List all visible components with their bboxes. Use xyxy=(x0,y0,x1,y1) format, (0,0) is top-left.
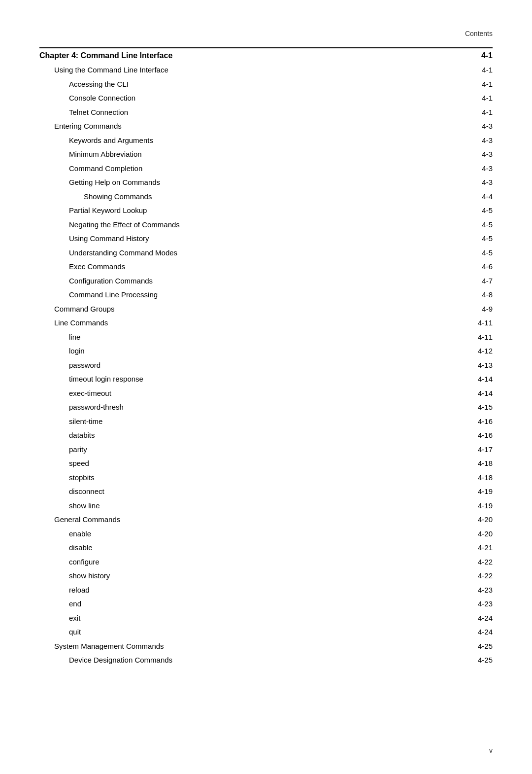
toc-entry-label: Negating the Effect of Commands xyxy=(39,218,453,232)
toc-entry-label: Partial Keyword Lookup xyxy=(39,204,453,218)
toc-entry-page: 4-8 xyxy=(453,288,493,302)
toc-entry-label: exec-timeout xyxy=(39,387,453,401)
toc-entry-label: Keywords and Arguments xyxy=(39,134,453,148)
toc-row: silent-time4-16 xyxy=(39,415,493,429)
toc-entry-page: 4-13 xyxy=(453,358,493,373)
toc-entry-label: show history xyxy=(39,569,453,583)
toc-table: Chapter 4: Command Line Interface4-1Usin… xyxy=(39,48,493,668)
toc-row: Partial Keyword Lookup4-5 xyxy=(39,204,493,218)
toc-row: Exec Commands4-6 xyxy=(39,260,493,274)
toc-entry-label: Telnet Connection xyxy=(39,106,453,120)
toc-row: Keywords and Arguments4-3 xyxy=(39,134,493,148)
toc-entry-page: 4-3 xyxy=(453,134,493,148)
toc-entry-label: line xyxy=(39,330,453,345)
toc-row: configure4-22 xyxy=(39,555,493,569)
toc-row: System Management Commands4-25 xyxy=(39,639,493,654)
toc-row: Command Line Processing4-8 xyxy=(39,288,493,302)
toc-row: Command Groups4-9 xyxy=(39,302,493,317)
toc-entry-label: General Commands xyxy=(39,513,453,527)
toc-row: disconnect4-19 xyxy=(39,485,493,499)
toc-entry-label: login xyxy=(39,344,453,358)
toc-row: login4-12 xyxy=(39,344,493,358)
toc-entry-label: quit xyxy=(39,625,453,639)
toc-entry-page: 4-20 xyxy=(453,527,493,541)
toc-entry-page: 4-19 xyxy=(453,499,493,513)
toc-entry-page: 4-1 xyxy=(453,48,493,63)
toc-row: parity4-17 xyxy=(39,443,493,457)
toc-entry-label: Exec Commands xyxy=(39,260,453,274)
toc-entry-page: 4-23 xyxy=(453,597,493,611)
toc-row: General Commands4-20 xyxy=(39,513,493,527)
toc-row: stopbits4-18 xyxy=(39,471,493,485)
toc-entry-label: Chapter 4: Command Line Interface xyxy=(39,48,453,63)
toc-entry-label: timeout login response xyxy=(39,372,453,387)
toc-entry-label: System Management Commands xyxy=(39,639,453,654)
toc-entry-label: Understanding Command Modes xyxy=(39,246,453,260)
toc-row: line4-11 xyxy=(39,330,493,345)
toc-row: Command Completion4-3 xyxy=(39,162,493,176)
toc-entry-page: 4-24 xyxy=(453,611,493,626)
toc-entry-page: 4-12 xyxy=(453,344,493,358)
toc-row: show line4-19 xyxy=(39,499,493,513)
toc-row: password-thresh4-15 xyxy=(39,400,493,415)
toc-entry-label: password-thresh xyxy=(39,400,453,415)
toc-entry-label: configure xyxy=(39,555,453,569)
toc-entry-page: 4-22 xyxy=(453,555,493,569)
toc-entry-label: password xyxy=(39,358,453,373)
toc-entry-label: databits xyxy=(39,428,453,443)
toc-entry-page: 4-3 xyxy=(453,119,493,134)
toc-entry-label: enable xyxy=(39,527,453,541)
toc-row: Chapter 4: Command Line Interface4-1 xyxy=(39,48,493,63)
toc-entry-label: Device Designation Commands xyxy=(39,653,453,668)
toc-entry-page: 4-19 xyxy=(453,485,493,499)
toc-entry-page: 4-3 xyxy=(453,147,493,162)
toc-entry-page: 4-6 xyxy=(453,260,493,274)
toc-entry-label: Command Groups xyxy=(39,302,453,317)
page-header: Contents xyxy=(39,30,493,37)
toc-entry-label: Minimum Abbreviation xyxy=(39,147,453,162)
toc-row: password4-13 xyxy=(39,358,493,373)
toc-entry-page: 4-15 xyxy=(453,400,493,415)
toc-entry-page: 4-3 xyxy=(453,176,493,190)
toc-entry-label: Accessing the CLI xyxy=(39,77,453,92)
toc-entry-page: 4-25 xyxy=(453,653,493,668)
toc-row: Configuration Commands4-7 xyxy=(39,274,493,288)
toc-entry-page: 4-17 xyxy=(453,443,493,457)
toc-row: show history4-22 xyxy=(39,569,493,583)
toc-entry-label: Getting Help on Commands xyxy=(39,176,453,190)
toc-row: timeout login response4-14 xyxy=(39,372,493,387)
toc-entry-page: 4-11 xyxy=(453,316,493,330)
toc-entry-label: show line xyxy=(39,499,453,513)
toc-entry-label: Entering Commands xyxy=(39,119,453,134)
toc-entry-page: 4-16 xyxy=(453,428,493,443)
toc-entry-label: Console Connection xyxy=(39,91,453,106)
toc-entry-label: Using Command History xyxy=(39,232,453,246)
toc-entry-label: stopbits xyxy=(39,471,453,485)
toc-row: reload4-23 xyxy=(39,583,493,598)
toc-entry-label: Configuration Commands xyxy=(39,274,453,288)
toc-row: databits4-16 xyxy=(39,428,493,443)
toc-entry-label: Line Commands xyxy=(39,316,453,330)
toc-row: Telnet Connection4-1 xyxy=(39,106,493,120)
toc-entry-page: 4-25 xyxy=(453,639,493,654)
toc-entry-label: speed xyxy=(39,457,453,471)
toc-entry-page: 4-9 xyxy=(453,302,493,317)
toc-entry-label: exit xyxy=(39,611,453,626)
toc-entry-page: 4-18 xyxy=(453,457,493,471)
toc-entry-page: 4-23 xyxy=(453,583,493,598)
toc-entry-page: 4-5 xyxy=(453,204,493,218)
toc-row: Device Designation Commands4-25 xyxy=(39,653,493,668)
toc-entry-page: 4-3 xyxy=(453,162,493,176)
toc-entry-page: 4-7 xyxy=(453,274,493,288)
toc-entry-label: reload xyxy=(39,583,453,598)
toc-row: Console Connection4-1 xyxy=(39,91,493,106)
footer-page-number: v xyxy=(489,746,493,754)
toc-row: Entering Commands4-3 xyxy=(39,119,493,134)
toc-row: speed4-18 xyxy=(39,457,493,471)
toc-entry-page: 4-14 xyxy=(453,372,493,387)
toc-row: disable4-21 xyxy=(39,541,493,555)
toc-entry-label: disable xyxy=(39,541,453,555)
toc-entry-page: 4-22 xyxy=(453,569,493,583)
toc-entry-label: Using the Command Line Interface xyxy=(39,63,453,77)
toc-entry-page: 4-5 xyxy=(453,246,493,260)
